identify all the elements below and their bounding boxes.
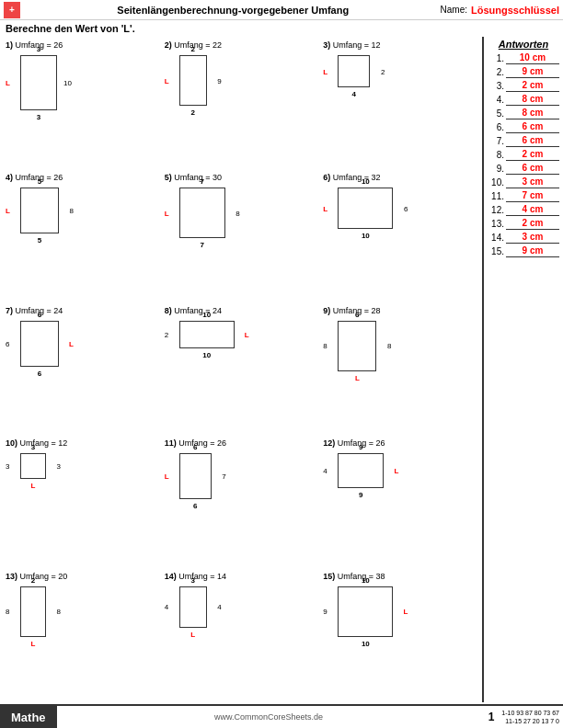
problem-cell: 13) Umfang = 20 2 L 8 8 — [4, 570, 161, 700]
problem-wrapper: 6) Umfang = 32 10 10 L 6 — [323, 173, 477, 300]
left-label: L — [6, 79, 10, 87]
answer-item: 4. 8 cm — [488, 94, 559, 106]
answer-item: 9. 6 cm — [488, 163, 559, 175]
answer-value: 6 cm — [506, 121, 559, 133]
problem-wrapper: 9) Umfang = 28 6 L 8 8 — [323, 306, 477, 433]
problem-number: 14) Umfang = 14 — [165, 572, 226, 581]
answer-value: 3 cm — [506, 232, 559, 244]
answer-num: 10. — [488, 177, 504, 188]
rect-area: 9 9 4 L — [338, 453, 384, 488]
problem-cell: 6) Umfang = 32 10 10 L 6 — [321, 171, 478, 301]
answer-num: 4. — [488, 95, 504, 105]
problem-wrapper: 8) Umfang = 24 10 10 2 L — [165, 306, 318, 433]
right-label: 4 — [217, 603, 221, 611]
problem-wrapper: 2) Umfang = 22 2 2 L 9 — [165, 40, 318, 167]
problem-cell: 10) Umfang = 12 3 L 3 3 — [4, 437, 161, 567]
problem-wrapper: 3) Umfang = 12 4 L 2 — [323, 40, 477, 167]
problem-cell: 9) Umfang = 28 6 L 8 8 — [321, 304, 478, 435]
left-label: 4 — [165, 603, 168, 611]
top-label: 9 — [359, 443, 362, 451]
answer-value: 8 cm — [506, 108, 559, 119]
subject-label: Mathe — [0, 706, 57, 728]
right-label: 8 — [70, 207, 74, 215]
answer-value: 9 cm — [506, 66, 559, 78]
answer-value: 3 cm — [506, 176, 559, 188]
answer-item: 1. 10 cm — [488, 52, 559, 64]
right-label: 3 — [57, 462, 61, 471]
rect-area: 4 L 2 — [338, 55, 370, 87]
footer: Mathe www.CommonCoreSheets.de 1 1-10 93 … — [0, 704, 563, 728]
rect-box — [179, 321, 235, 348]
answer-num: 7. — [488, 136, 504, 146]
main-content: 1) Umfang = 26 3 3 L 10 2) — [0, 37, 563, 702]
rect-container: 3 L 3 3 — [20, 453, 46, 479]
answer-value: 6 cm — [506, 135, 559, 147]
problem-cell: 3) Umfang = 12 4 L 2 — [321, 39, 478, 169]
bottom-label: L — [355, 374, 360, 382]
rect-box — [179, 453, 212, 499]
problem-wrapper: 4) Umfang = 26 5 5 L 8 — [6, 173, 159, 300]
rect-container: 2 2 L 9 — [179, 55, 207, 106]
rect-box — [338, 586, 393, 637]
rect-area: 6 6 L 7 — [179, 453, 212, 499]
problems-area: 1) Umfang = 26 3 3 L 10 2) — [0, 37, 482, 702]
top-label: 5 — [38, 177, 41, 186]
left-label: 8 — [323, 342, 327, 350]
top-label: 3 — [37, 45, 40, 53]
top-label: 3 — [190, 576, 194, 585]
right-label: 9 — [217, 76, 221, 85]
rect-container: 10 10 L 6 — [338, 188, 393, 229]
rect-container: 2 L 8 8 — [20, 586, 46, 637]
bottom-label: L — [31, 482, 36, 490]
answer-num: 13. — [488, 219, 504, 229]
answer-num: 3. — [488, 81, 504, 91]
problem-cell: 14) Umfang = 14 3 L 4 4 — [163, 570, 320, 700]
problem-cell: 2) Umfang = 22 2 2 L 9 — [163, 39, 320, 169]
bottom-label: 6 — [193, 502, 197, 510]
problem-number: 7) Umfang = 24 — [6, 306, 63, 315]
name-label: Name: — [441, 5, 467, 15]
answers-title: Antworten — [488, 39, 559, 50]
answer-key-label: Lösungsschlüssel — [471, 5, 559, 16]
bottom-label: 3 — [37, 113, 40, 121]
top-label: 6 — [355, 311, 359, 319]
header: + Seitenlängenberechnung-vorgegebener Um… — [0, 0, 563, 20]
problem-wrapper: 5) Umfang = 30 7 7 L 8 — [165, 173, 318, 300]
rect-box — [338, 188, 393, 229]
footer-url: www.CommonCoreSheets.de — [57, 712, 481, 722]
top-label: 10 — [202, 311, 211, 319]
answer-num: 11. — [488, 191, 504, 201]
problem-number: 3) Umfang = 12 — [323, 40, 380, 50]
problem-cell: 8) Umfang = 24 10 10 2 L — [163, 304, 320, 435]
top-label: 6 — [193, 443, 197, 451]
rect-container: 10 10 2 L — [179, 321, 235, 348]
bottom-label: 10 — [202, 351, 211, 359]
answer-num: 9. — [488, 164, 504, 174]
bottom-label: 2 — [190, 108, 194, 117]
top-label: 10 — [362, 576, 370, 585]
problem-wrapper: 13) Umfang = 20 2 L 8 8 — [6, 572, 159, 699]
rect-container: 6 L 8 8 — [338, 321, 376, 371]
left-label: L — [323, 67, 327, 75]
problem-wrapper: 15) Umfang = 38 10 10 9 L — [323, 572, 477, 699]
answer-num: 5. — [488, 108, 504, 119]
answer-value: 2 cm — [506, 80, 559, 92]
answers-area: Antworten 1. 10 cm 2. 9 cm 3. 2 cm 4. 8 … — [482, 37, 563, 702]
answer-item: 15. 9 cm — [488, 245, 559, 257]
left-label: L — [165, 472, 169, 481]
answer-item: 8. 2 cm — [488, 149, 559, 161]
problem-wrapper: 1) Umfang = 26 3 3 L 10 — [6, 40, 159, 167]
answer-item: 13. 2 cm — [488, 218, 559, 230]
rect-container: 10 10 9 L — [338, 586, 393, 637]
rect-area: 6 6 6 L — [20, 321, 59, 367]
rect-area: 2 2 L 9 — [179, 55, 207, 106]
right-label: 8 — [387, 342, 391, 350]
rect-area: 10 10 9 L — [338, 586, 393, 637]
left-label: L — [6, 207, 10, 215]
rect-area: 6 L 8 8 — [338, 321, 376, 371]
problem-cell: 5) Umfang = 30 7 7 L 8 — [163, 171, 320, 301]
left-label: 8 — [6, 608, 9, 616]
problem-cell: 7) Umfang = 24 6 6 6 L — [4, 304, 161, 435]
left-label: 6 — [6, 339, 9, 347]
left-label: L — [165, 209, 169, 217]
